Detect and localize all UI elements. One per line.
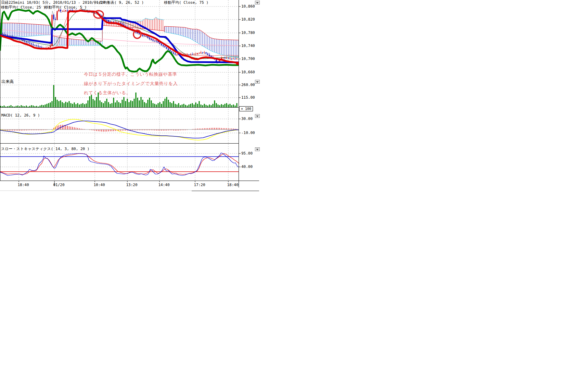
indicator-ma5-label: 移動平均( Close, 5 ): [44, 5, 87, 10]
macd-scale-menu-button[interactable]: [255, 114, 260, 118]
y-axis-label: 30.00: [241, 117, 253, 121]
indicator-ma75-label: 移動平均( Close, 75 ): [164, 0, 208, 5]
x-axis-label: 14:40: [156, 183, 171, 187]
y-axis-label: 10,860: [241, 4, 255, 9]
x-axis-label: 13:20: [124, 183, 139, 187]
y-axis-label: 260.00: [241, 83, 255, 87]
chart-canvas[interactable]: [0, 0, 264, 199]
annotation-line-1: 今日は５分足の様子。こういう転換線や基準: [84, 71, 177, 77]
y-axis-label: 115.00: [241, 96, 255, 100]
y-axis-label: -10.00: [241, 131, 255, 135]
scrollbar-edge[interactable]: [192, 191, 259, 191]
volume-panel-label: 出来高: [1, 79, 14, 85]
x-axis-label: 18:40: [225, 183, 240, 187]
chevron-down-icon: [256, 115, 259, 117]
volume-scale-menu-button[interactable]: [255, 80, 260, 84]
y-axis-label: 10,740: [241, 44, 255, 48]
volume-multiplier-badge: × 100: [239, 106, 253, 111]
y-axis-label: 10,820: [241, 17, 255, 22]
stochastics-indicator: [0, 153, 239, 175]
y-axis-label: 10,700: [241, 57, 255, 61]
y-axis-label: 40.00: [241, 165, 253, 169]
chart-title: 日経225mini 10/03( 5分, 2010/01/13 - 2010/0…: [1, 0, 110, 5]
stochastics-panel-label: スロー・ストキャスティクス( 14, 3, 80, 20 ): [1, 147, 89, 151]
x-axis-label: 17:20: [192, 183, 207, 187]
scrollbar-track[interactable]: [0, 191, 192, 191]
y-axis-label: 10,780: [241, 31, 255, 35]
chevron-down-icon: [256, 2, 259, 4]
indicator-ichimoku-label: 一目均衡表( 9, 26, 52 ): [95, 0, 144, 5]
app-window: 日経225mini 10/03( 5分, 2010/01/13 - 2010/0…: [0, 0, 588, 379]
annotation-line-3: れてくる主体がいる。: [84, 90, 131, 96]
ichimoku-cloud: [0, 17, 239, 58]
volume-bars: [0, 85, 238, 107]
macd-panel-label: MACD( 12, 26, 9 ): [1, 113, 40, 118]
indicator-ma25-label: 移動平均( Close, 25 ): [1, 5, 46, 10]
stoch-scale-menu-button[interactable]: [255, 147, 260, 151]
macd-indicator: [0, 119, 239, 140]
chevron-down-icon: [256, 149, 259, 150]
x-axis-label: 01/20: [51, 183, 66, 187]
y-axis-label: 95.00: [241, 151, 253, 156]
price-scale-menu-button[interactable]: [255, 1, 260, 4]
current-price-marker: [236, 62, 239, 65]
y-axis-label: 10,660: [241, 70, 255, 74]
x-axis-label: 10:40: [92, 183, 107, 187]
x-axis-label: 18:40: [16, 183, 31, 187]
chevron-down-icon: [256, 81, 259, 83]
chart-widget: 日経225mini 10/03( 5分, 2010/01/13 - 2010/0…: [0, 0, 264, 199]
annotation-line-2: 線がきり下がったタイミングで大量売りを入: [84, 81, 178, 87]
